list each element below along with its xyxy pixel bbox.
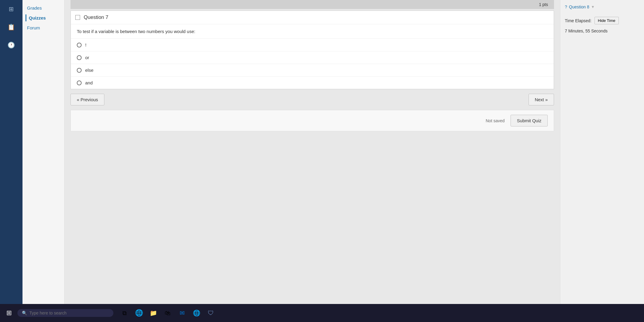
submit-quiz-button[interactable]: Submit Quiz bbox=[511, 115, 548, 126]
radio-a[interactable] bbox=[77, 43, 82, 47]
shield-icon[interactable]: 🛡 bbox=[205, 307, 217, 319]
edge-icon[interactable]: 🌐 bbox=[133, 307, 145, 319]
sidebar-item-quizzes[interactable]: Quizzes bbox=[25, 14, 61, 21]
answer-text-c: else bbox=[85, 68, 94, 73]
store-icon[interactable]: 🛍 bbox=[162, 307, 173, 319]
question-body: To test if a variable is between two num… bbox=[71, 24, 554, 39]
question-link-prefix: ? bbox=[565, 5, 567, 9]
question-title: Question 7 bbox=[84, 14, 108, 20]
answer-text-a: ! bbox=[85, 42, 86, 47]
taskbar-search-bar[interactable]: 🔍 bbox=[17, 309, 113, 317]
nav-sidebar: Grades Quizzes Forum bbox=[22, 0, 64, 304]
icon-sidebar: ⊞ 📋 🕐 bbox=[0, 0, 22, 304]
chrome-icon[interactable]: 🌐 bbox=[191, 307, 202, 319]
time-elapsed-label: Time Elapsed: bbox=[565, 18, 592, 23]
question-checkbox[interactable] bbox=[75, 15, 80, 20]
mail-icon[interactable]: ✉ bbox=[176, 307, 188, 319]
search-icon: 🔍 bbox=[22, 311, 27, 315]
clock-icon[interactable]: 🕐 bbox=[5, 39, 17, 51]
dropdown-arrow-icon[interactable]: ▼ bbox=[591, 5, 595, 9]
time-value: 7 Minutes, 55 Seconds bbox=[565, 29, 640, 33]
question-container: Question 7 To test if a variable is betw… bbox=[70, 11, 554, 89]
save-status: Not saved bbox=[486, 118, 505, 123]
answer-option-a[interactable]: ! bbox=[71, 39, 554, 51]
question-8-link[interactable]: Question 8 bbox=[569, 5, 589, 9]
answer-text-d: and bbox=[85, 80, 93, 85]
hide-time-button[interactable]: Hide Time bbox=[595, 17, 619, 24]
radio-c[interactable] bbox=[77, 68, 82, 73]
points-bar: 1 pts bbox=[70, 0, 554, 9]
start-button[interactable]: ⊞ bbox=[3, 307, 15, 319]
book-icon[interactable]: 📋 bbox=[5, 21, 17, 33]
task-view-icon[interactable]: ⧉ bbox=[119, 307, 130, 319]
time-elapsed-row: Time Elapsed: Hide Time bbox=[565, 17, 640, 24]
points-display: 1 pts bbox=[539, 2, 548, 7]
radio-b[interactable] bbox=[77, 55, 82, 60]
submit-row: Not saved Submit Quiz bbox=[70, 110, 554, 131]
question-text: To test if a variable is between two num… bbox=[77, 29, 195, 34]
search-input[interactable] bbox=[29, 311, 104, 315]
right-sidebar: ? Question 8 ▼ Time Elapsed: Hide Time 7… bbox=[560, 0, 644, 304]
answer-option-d[interactable]: and bbox=[71, 77, 554, 89]
grid-icon[interactable]: ⊞ bbox=[5, 3, 17, 15]
taskbar-apps: ⧉ 🌐 📁 🛍 ✉ 🌐 🛡 bbox=[119, 307, 217, 319]
radio-d[interactable] bbox=[77, 80, 82, 85]
nav-buttons: « Previous Next » bbox=[70, 94, 554, 105]
sidebar-item-grades[interactable]: Grades bbox=[25, 5, 61, 11]
answer-text-b: or bbox=[85, 55, 89, 60]
answer-option-b[interactable]: or bbox=[71, 51, 554, 64]
previous-button[interactable]: « Previous bbox=[70, 94, 104, 105]
main-content: 1 pts Question 7 To test if a variable i… bbox=[64, 0, 560, 304]
taskbar: ⊞ 🔍 ⧉ 🌐 📁 🛍 ✉ 🌐 🛡 bbox=[0, 304, 644, 322]
sidebar-item-forum[interactable]: Forum bbox=[25, 24, 61, 31]
answer-options: ! or else and bbox=[71, 39, 554, 89]
explorer-icon[interactable]: 📁 bbox=[148, 307, 159, 319]
question-header: Question 7 bbox=[71, 11, 554, 24]
answer-option-c[interactable]: else bbox=[71, 64, 554, 77]
next-button[interactable]: Next » bbox=[529, 94, 554, 105]
